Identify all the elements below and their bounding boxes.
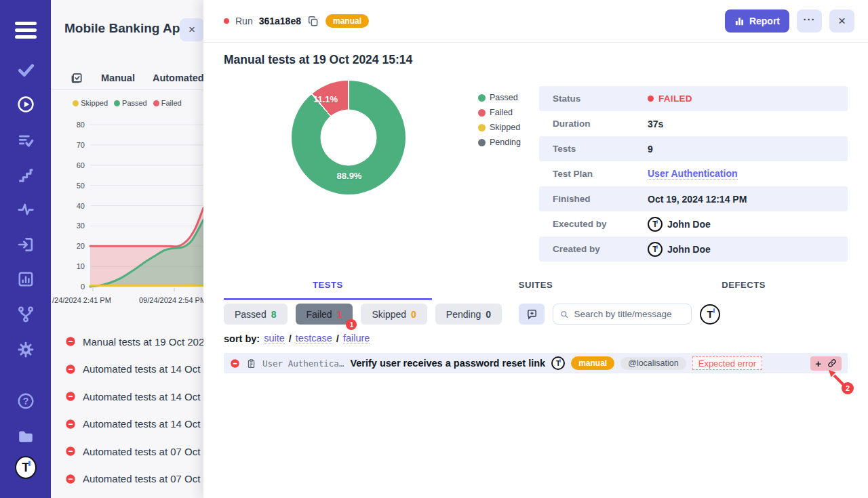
detail-row-duration: Duration 37s <box>539 111 848 136</box>
search-input[interactable] <box>574 309 684 319</box>
svg-text:0: 0 <box>81 283 85 291</box>
svg-text:10: 10 <box>77 262 85 270</box>
run-list-item[interactable]: Automated tests at 14 Oct 2024 <box>51 356 203 383</box>
filter-pending-button[interactable]: Pending 0 <box>435 304 502 325</box>
svg-text:30: 30 <box>77 222 85 230</box>
sign-in-icon[interactable] <box>15 234 37 255</box>
legend-passed[interactable]: Passed <box>114 99 147 107</box>
link-icon[interactable] <box>827 358 837 368</box>
result-tabs: TESTS SUITES DEFECTS <box>224 273 848 300</box>
branch-icon[interactable] <box>15 304 37 325</box>
run-heading: Manual tests at 19 Oct 2024 15:14 <box>224 53 412 67</box>
close-button[interactable]: × <box>829 9 854 33</box>
filter-skipped-button[interactable]: Skipped 0 <box>361 304 427 325</box>
comment-filter-button[interactable] <box>519 304 545 325</box>
user-avatar: T <box>648 242 663 257</box>
tab-automated[interactable]: Automated <box>153 72 203 83</box>
svg-text:09/24/2024 2:54 PM: 09/24/2024 2:54 PM <box>139 296 203 304</box>
legend-skipped[interactable]: Skipped <box>73 99 108 107</box>
run-list-item[interactable]: Automated tests at 07 Oct 2024 <box>51 438 203 465</box>
skipped-dot <box>478 124 486 131</box>
failed-test-icon <box>230 358 240 369</box>
testomat-logo[interactable]: T <box>15 457 37 478</box>
report-button[interactable]: Report <box>725 9 789 33</box>
run-details-table: Status FAILED Duration 37s Tests 9 Test … <box>539 86 848 262</box>
legend-passed[interactable]: Passed <box>478 93 521 102</box>
check-icon[interactable] <box>15 59 37 81</box>
tab-defects[interactable]: DEFECTS <box>639 273 848 300</box>
passed-dot <box>478 94 486 102</box>
tab-manual[interactable]: Manual <box>101 72 135 83</box>
trend-area-chart: 01020304050607080/24/2024 2:41 PM09/24/2… <box>51 119 203 310</box>
sort-by-failure[interactable]: failure <box>343 333 370 344</box>
svg-text:20: 20 <box>77 242 85 250</box>
tab-tests[interactable]: TESTS <box>224 273 432 300</box>
sort-by-testcase[interactable]: testcase <box>296 333 332 344</box>
svg-text:/24/2024 2:41 PM: /24/2024 2:41 PM <box>52 296 111 304</box>
status-dot <box>224 18 229 24</box>
detail-row-test-plan: Test Plan User Authentication <box>539 161 848 186</box>
test-plan-link[interactable]: User Authentication <box>648 168 738 180</box>
detail-row-executed-by: Executed by T John Doe <box>539 211 848 236</box>
failed-dot <box>153 100 159 106</box>
bar-chart-icon[interactable] <box>15 268 37 290</box>
detail-row-status: Status FAILED <box>539 86 848 111</box>
help-icon[interactable]: ? <box>15 390 37 412</box>
select-all-icon[interactable] <box>70 71 83 85</box>
detail-row-finished: Finished Oct 19, 2024 12:14 PM <box>539 186 848 211</box>
project-panel: Mobile Banking App × Manual Automated Sk… <box>51 0 203 498</box>
steps-icon[interactable] <box>15 165 37 186</box>
run-list: Manual tests at 19 Oct 2024 Automated te… <box>51 328 203 493</box>
add-icon[interactable]: + <box>815 358 821 369</box>
activity-icon[interactable] <box>15 199 37 220</box>
failed-run-icon <box>65 364 76 375</box>
filter-passed-button[interactable]: Passed 8 <box>224 304 288 325</box>
legend-pending[interactable]: Pending <box>478 138 521 147</box>
failed-run-icon <box>65 391 76 402</box>
copy-icon[interactable] <box>307 15 319 27</box>
test-result-row[interactable]: User Authentica… Verify user receives a … <box>224 353 848 373</box>
user-avatar-button[interactable]: T <box>700 304 720 325</box>
run-type-tabs: Manual Automated <box>51 66 203 90</box>
suite-name[interactable]: User Authentica… <box>262 358 344 369</box>
failed-run-icon <box>65 419 76 430</box>
run-list-item[interactable]: Automated tests at 14 Oct 2024 <box>51 411 203 438</box>
gear-icon[interactable] <box>15 339 37 360</box>
panel-close-button[interactable]: × <box>180 18 203 41</box>
svg-text:60: 60 <box>77 161 85 169</box>
test-title[interactable]: Verify user receives a password reset li… <box>350 358 545 369</box>
row-action-box: + <box>810 356 842 371</box>
passed-dot <box>114 100 120 106</box>
svg-text:80: 80 <box>77 121 85 129</box>
report-chart-icon <box>734 16 745 26</box>
detail-row-created-by: Created by T John Doe <box>539 236 848 262</box>
run-list-item[interactable]: Automated tests at 14 Oct 2024 <box>51 383 203 411</box>
more-button[interactable]: ··· <box>797 9 822 33</box>
filter-bar: Passed 8 Failed 1 1 Skipped 0 Pending 0 … <box>224 304 720 325</box>
test-tag[interactable]: @localisation <box>620 357 686 370</box>
comment-plus-icon <box>526 308 538 320</box>
failed-dot <box>648 96 654 102</box>
legend-failed[interactable]: Failed <box>478 108 521 117</box>
sort-by-suite[interactable]: suite <box>264 333 285 344</box>
donut-failed-label: 11.1% <box>313 94 338 104</box>
run-list-item[interactable]: Manual tests at 19 Oct 2024 <box>51 328 203 356</box>
detail-row-tests: Tests 9 <box>539 136 848 161</box>
run-label: Run <box>235 16 253 26</box>
tab-suites[interactable]: SUITES <box>432 273 640 300</box>
svg-text:?: ? <box>23 396 29 407</box>
menu-icon[interactable] <box>15 19 37 41</box>
svg-text:50: 50 <box>77 182 85 190</box>
svg-text:70: 70 <box>77 141 85 149</box>
filter-failed-button[interactable]: Failed 1 1 <box>296 304 353 325</box>
legend-skipped[interactable]: Skipped <box>478 123 521 132</box>
run-list-item[interactable]: Automated tests at 07 Oct 2024 <box>51 465 203 493</box>
folder-icon[interactable] <box>15 426 37 447</box>
list-check-icon[interactable] <box>15 129 37 151</box>
project-title: Mobile Banking App <box>64 21 188 36</box>
play-circle-icon[interactable] <box>15 94 37 115</box>
legend-failed[interactable]: Failed <box>153 99 182 107</box>
app-sidebar: ? T <box>0 0 51 498</box>
run-type-badge: manual <box>326 14 369 28</box>
failed-dot <box>478 109 486 117</box>
